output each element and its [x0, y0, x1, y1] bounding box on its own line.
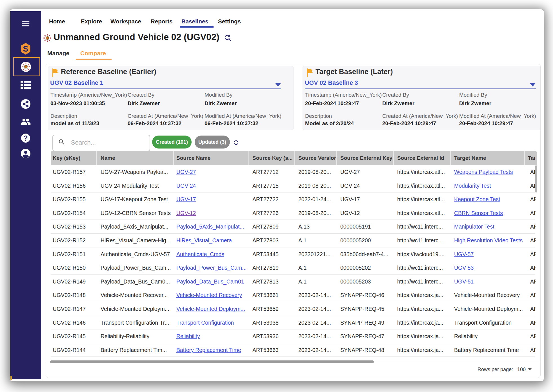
svg-text:?: ? [23, 134, 28, 142]
svg-text:S: S [23, 44, 28, 53]
